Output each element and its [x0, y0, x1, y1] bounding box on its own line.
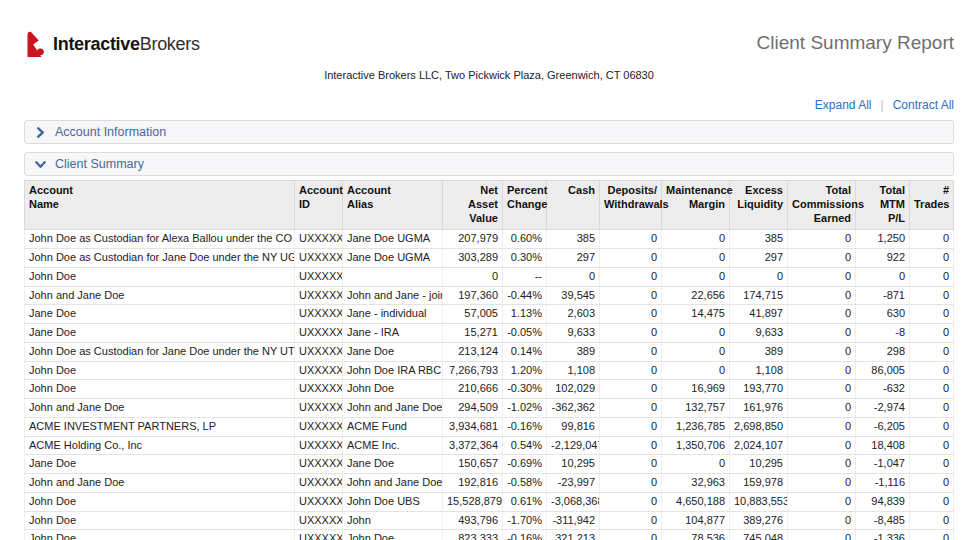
table-cell-account-name: Jane Doe: [25, 455, 295, 474]
interactive-brokers-logo: InteractiveBrokers: [24, 30, 200, 58]
table-cell-total-commissions-earned: 0: [788, 417, 856, 436]
table-row: John Doe as Custodian for Alexa Ballou u…: [25, 230, 954, 249]
table-cell-excess-liquidity: 41,897: [730, 305, 788, 324]
table-cell-total-commissions-earned: 0: [788, 511, 856, 530]
table-cell-account-alias: John Doe UBS: [343, 492, 443, 511]
table-cell-deposits-withdrawals: 0: [600, 380, 662, 399]
table-cell-account-id: UXXXXXX: [295, 380, 343, 399]
table-cell-deposits-withdrawals: 0: [600, 286, 662, 305]
table-cell-total-commissions-earned: 0: [788, 455, 856, 474]
table-cell-account-alias: Jane Doe UGMA: [343, 249, 443, 268]
table-cell-net-asset-value: 294,509: [443, 399, 503, 418]
table-cell-excess-liquidity: 10,883,553: [730, 492, 788, 511]
table-cell-total-commissions-earned: 0: [788, 324, 856, 343]
table-cell-account-alias: [343, 267, 443, 286]
table-cell-percent-change: 0.61%: [503, 492, 547, 511]
table-cell-maintenance-margin: 0: [662, 230, 730, 249]
table-cell-excess-liquidity: 297: [730, 249, 788, 268]
table-cell-total-mtm-pl: -1,116: [856, 474, 910, 493]
table-cell-deposits-withdrawals: 0: [600, 249, 662, 268]
table-cell-account-name: John Doe: [25, 361, 295, 380]
table-cell-percent-change: -0.30%: [503, 380, 547, 399]
table-cell-total-mtm-pl: 0: [856, 267, 910, 286]
table-cell-excess-liquidity: 174,715: [730, 286, 788, 305]
table-cell-net-asset-value: 7,266,793: [443, 361, 503, 380]
table-cell-cash: 385: [547, 230, 600, 249]
column-header-trades: # Trades: [910, 181, 954, 230]
company-address: Interactive Brokers LLC, Two Pickwick Pl…: [24, 69, 954, 81]
table-cell-deposits-withdrawals: 0: [600, 417, 662, 436]
top-header: InteractiveBrokers Client Summary Report: [24, 30, 954, 58]
table-cell-total-mtm-pl: -6,205: [856, 417, 910, 436]
table-cell-excess-liquidity: 10,295: [730, 455, 788, 474]
table-cell-cash: -23,997: [547, 474, 600, 493]
table-cell-account-alias: Jane - IRA: [343, 324, 443, 343]
table-cell-trades: 0: [910, 324, 954, 343]
column-header-deposits-withdrawals: Deposits/ Withdrawals: [600, 181, 662, 230]
table-cell-net-asset-value: 197,360: [443, 286, 503, 305]
table-cell-maintenance-margin: 16,969: [662, 380, 730, 399]
table-cell-cash: 2,603: [547, 305, 600, 324]
table-cell-trades: 0: [910, 249, 954, 268]
table-cell-maintenance-margin: 78,536: [662, 530, 730, 540]
chevron-right-icon: [35, 127, 46, 138]
table-cell-percent-change: -1.02%: [503, 399, 547, 418]
table-cell-maintenance-margin: 0: [662, 324, 730, 343]
table-cell-percent-change: --: [503, 267, 547, 286]
table-cell-account-alias: Jane Doe: [343, 342, 443, 361]
table-cell-account-name: John Doe: [25, 380, 295, 399]
table-cell-total-mtm-pl: -871: [856, 286, 910, 305]
table-cell-percent-change: -0.58%: [503, 474, 547, 493]
table-cell-deposits-withdrawals: 0: [600, 305, 662, 324]
table-cell-percent-change: 1.20%: [503, 361, 547, 380]
table-cell-account-name: John and Jane Doe: [25, 286, 295, 305]
table-cell-account-name: ACME Holding Co., Inc: [25, 436, 295, 455]
table-cell-excess-liquidity: 9,633: [730, 324, 788, 343]
table-cell-account-name: John Doe: [25, 267, 295, 286]
table-cell-account-id: UXXXXXX: [295, 417, 343, 436]
table-row: John and Jane DoeUXXXXXXJohn and Jane Do…: [25, 474, 954, 493]
table-cell-trades: 0: [910, 361, 954, 380]
table-cell-percent-change: 1.13%: [503, 305, 547, 324]
table-cell-cash: 39,545: [547, 286, 600, 305]
section-client-summary[interactable]: Client Summary: [24, 152, 954, 176]
table-cell-account-id: UXXXXXX: [295, 455, 343, 474]
table-cell-excess-liquidity: 2,698,850: [730, 417, 788, 436]
table-cell-trades: 0: [910, 380, 954, 399]
table-row: Jane DoeUXXXXXXJane - IRA15,271-0.05%9,6…: [25, 324, 954, 343]
table-cell-account-id: UXXXXXX: [295, 342, 343, 361]
contract-all-link[interactable]: Contract All: [893, 98, 954, 112]
table-cell-account-name: John Doe: [25, 511, 295, 530]
logo-text-light: Brokers: [140, 34, 200, 54]
table-cell-total-mtm-pl: -8: [856, 324, 910, 343]
page-title: Client Summary Report: [757, 32, 954, 54]
table-cell-net-asset-value: 15,528,879: [443, 492, 503, 511]
table-cell-total-mtm-pl: 1,250: [856, 230, 910, 249]
table-cell-net-asset-value: 150,657: [443, 455, 503, 474]
table-cell-total-mtm-pl: 298: [856, 342, 910, 361]
table-cell-maintenance-margin: 0: [662, 267, 730, 286]
table-cell-trades: 0: [910, 305, 954, 324]
table-cell-maintenance-margin: 132,757: [662, 399, 730, 418]
table-cell-trades: 0: [910, 492, 954, 511]
column-header-maintenance-margin: Maintenance Margin: [662, 181, 730, 230]
table-cell-total-commissions-earned: 0: [788, 380, 856, 399]
table-cell-account-alias: ACME Inc.: [343, 436, 443, 455]
table-cell-account-alias: John and Jane - joint: [343, 286, 443, 305]
table-cell-trades: 0: [910, 474, 954, 493]
column-header-account-name: Account Name: [25, 181, 295, 230]
table-cell-cash: 99,816: [547, 417, 600, 436]
section-account-information[interactable]: Account Information: [24, 120, 954, 144]
expand-all-link[interactable]: Expand All: [815, 98, 872, 112]
table-cell-total-mtm-pl: -632: [856, 380, 910, 399]
table-cell-total-mtm-pl: -1,047: [856, 455, 910, 474]
table-cell-maintenance-margin: 1,236,785: [662, 417, 730, 436]
table-cell-deposits-withdrawals: 0: [600, 511, 662, 530]
table-cell-total-mtm-pl: 86,005: [856, 361, 910, 380]
table-cell-account-alias: Jane Doe: [343, 455, 443, 474]
table-cell-cash: -2,129,047: [547, 436, 600, 455]
table-cell-total-commissions-earned: 0: [788, 474, 856, 493]
table-cell-account-alias: ACME Fund: [343, 417, 443, 436]
table-cell-deposits-withdrawals: 0: [600, 399, 662, 418]
table-cell-trades: 0: [910, 267, 954, 286]
